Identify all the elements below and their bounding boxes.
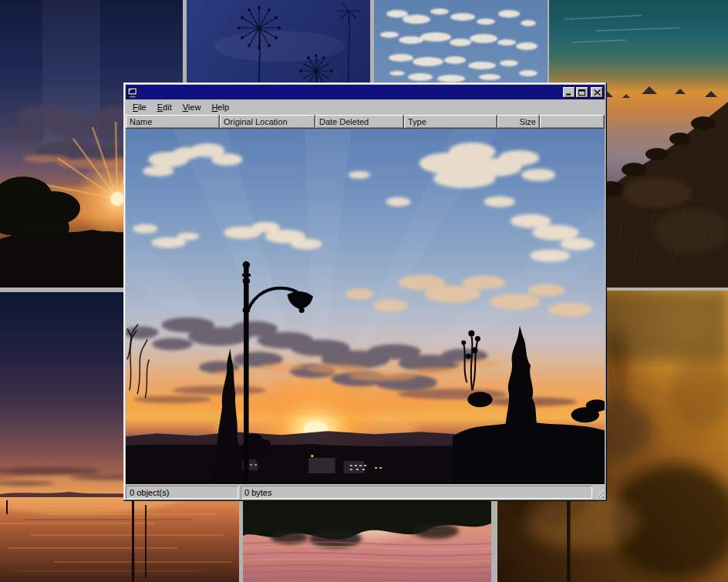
close-button[interactable] — [591, 87, 603, 98]
status-object-count: 0 object(s) — [126, 486, 238, 499]
resize-grip[interactable] — [595, 486, 605, 499]
column-header-name[interactable]: Name — [126, 115, 220, 129]
status-bar: 0 object(s) 0 bytes — [126, 484, 605, 499]
minimize-button[interactable] — [563, 87, 575, 98]
column-header-size[interactable]: Size — [497, 115, 540, 129]
menu-bar: File Edit View Help — [126, 99, 605, 115]
maximize-icon — [578, 89, 586, 96]
status-byte-count: 0 bytes — [241, 486, 592, 499]
minimize-icon — [565, 89, 573, 96]
menu-view[interactable]: View — [177, 101, 207, 113]
column-header-bar: Name Original Location Date Deleted Type… — [126, 115, 605, 129]
window-titlebar[interactable] — [126, 85, 605, 99]
column-header-type[interactable]: Type — [404, 115, 497, 129]
maximize-button[interactable] — [576, 87, 588, 98]
column-header-filler — [540, 115, 605, 129]
computer-window-icon[interactable] — [127, 87, 138, 98]
close-icon — [594, 89, 601, 96]
menu-help[interactable]: Help — [206, 101, 234, 113]
sunset-lamppost-photo — [126, 129, 605, 484]
file-list-area[interactable] — [126, 129, 605, 484]
column-header-original-location[interactable]: Original Location — [220, 115, 315, 129]
menu-file[interactable]: File — [127, 101, 152, 113]
recycle-bin-window: File Edit View Help Name Original Locati… — [123, 82, 607, 501]
column-header-date-deleted[interactable]: Date Deleted — [315, 115, 404, 129]
menu-edit[interactable]: Edit — [152, 101, 177, 113]
